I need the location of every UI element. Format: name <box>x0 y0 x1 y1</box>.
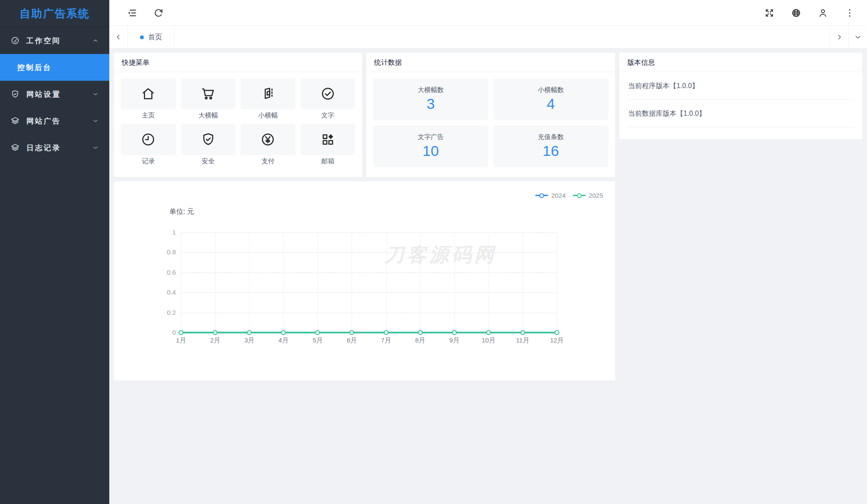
quick-item-label: 安全 <box>181 157 236 165</box>
quick-tile-text[interactable] <box>301 78 356 109</box>
user-icon[interactable] <box>818 8 828 18</box>
chevron-down-icon <box>92 91 99 98</box>
tab-options-button[interactable] <box>848 26 867 48</box>
quick-tile-records[interactable] <box>121 124 176 155</box>
legend-marker <box>573 193 586 198</box>
sidebar-item-workspace[interactable]: 工作空间 <box>0 27 109 54</box>
version-card: 版本信息 当前程序版本【1.0.0】 当前数据库版本【1.0.0】 <box>619 53 862 139</box>
y-axis-tick-label: 0 <box>157 329 176 336</box>
data-point-marker-2025 <box>247 330 252 335</box>
stat-value: 10 <box>422 143 439 159</box>
line-chart-plot-area: 00.20.40.60.811月2月3月4月5月6月7月8月9月10月11月12… <box>181 232 557 333</box>
sidebar-item-label: 日志记录 <box>26 143 61 153</box>
legend-item-2024[interactable]: 2024 <box>535 192 565 199</box>
fullscreen-icon[interactable] <box>764 8 775 18</box>
main-content: 快捷菜单 主页 大横幅 小 <box>109 49 867 504</box>
y-axis-tick-label: 0.6 <box>157 269 176 276</box>
quick-item-label: 支付 <box>241 157 295 165</box>
top-header <box>109 0 867 26</box>
quick-item-records: 记录 <box>121 124 176 165</box>
layers-icon <box>10 116 20 126</box>
quick-item-label: 小横幅 <box>241 111 295 120</box>
card-title: 快捷菜单 <box>114 53 362 72</box>
tab-scroll-right-button[interactable] <box>830 26 848 48</box>
active-tab-dot <box>140 35 144 39</box>
more-menu-icon[interactable] <box>845 8 855 18</box>
stat-label: 小横幅数 <box>538 86 564 94</box>
sidebar-item-label: 网站广告 <box>26 116 61 126</box>
cart-icon <box>200 86 216 101</box>
sidebar-item-logs[interactable]: 日志记录 <box>0 134 109 161</box>
sidebar-item-site-settings[interactable]: 网站设置 <box>0 81 109 108</box>
data-point-marker-2025 <box>349 330 354 335</box>
quick-item-small-banner: 小横幅 <box>241 78 295 120</box>
x-axis-tick-label: 9月 <box>449 336 459 345</box>
data-point-marker-2025 <box>384 330 388 335</box>
x-axis-tick-label: 7月 <box>381 336 391 345</box>
quick-tile-small-banner[interactable] <box>241 78 295 109</box>
x-axis-tick-label: 3月 <box>245 336 254 345</box>
shield-icon <box>200 132 216 147</box>
stat-big-banner-count: 大横幅数 3 <box>373 78 488 120</box>
banner-icon <box>260 86 276 101</box>
data-point-marker-2025 <box>418 330 422 335</box>
home-icon <box>140 86 156 101</box>
quick-item-label: 邮箱 <box>301 157 356 165</box>
legend-label: 2025 <box>589 192 603 199</box>
data-point-marker-2025 <box>520 330 525 335</box>
check-circle-icon <box>320 86 336 101</box>
chevron-down-icon <box>92 117 99 124</box>
components-icon <box>320 132 336 147</box>
x-axis-tick-label: 5月 <box>313 336 323 345</box>
x-axis-tick-label: 10月 <box>482 336 495 345</box>
stat-value: 16 <box>543 143 559 159</box>
grid-line-vertical <box>557 232 557 333</box>
sidebar-item-site-ads[interactable]: 网站广告 <box>0 108 109 134</box>
tab-bar: 首页 <box>109 26 867 49</box>
x-axis-tick-label: 1月 <box>176 336 186 345</box>
quick-tile-big-banner[interactable] <box>181 78 236 109</box>
legend-marker <box>535 193 548 198</box>
quick-item-security: 安全 <box>181 124 236 165</box>
quick-item-payment: 支付 <box>241 124 295 165</box>
quick-tile-home[interactable] <box>121 78 176 109</box>
quick-item-mailbox: 邮箱 <box>301 124 356 165</box>
data-point-marker-2025 <box>486 330 491 335</box>
quick-item-text: 文字 <box>301 78 356 120</box>
y-axis-tick-label: 0.8 <box>157 248 176 256</box>
clock-icon <box>140 132 156 147</box>
quick-item-label: 记录 <box>121 157 176 165</box>
legend-item-2025[interactable]: 2025 <box>573 192 603 199</box>
quick-item-home: 主页 <box>121 78 176 120</box>
x-axis-tick-label: 4月 <box>279 336 289 345</box>
gauge-icon <box>10 36 20 45</box>
refresh-icon[interactable] <box>153 8 164 18</box>
stat-label: 文字广告 <box>418 133 444 141</box>
database-version-row: 当前数据库版本【1.0.0】 <box>627 100 854 127</box>
collapse-sidebar-icon[interactable] <box>127 8 137 18</box>
quick-tile-security[interactable] <box>181 124 236 155</box>
tab-label: 首页 <box>148 33 162 42</box>
watermark-text: 刀客源码网 <box>384 242 497 268</box>
sidebar-item-control-backend[interactable]: 控制后台 <box>0 54 109 81</box>
sidebar-item-label: 控制后台 <box>17 63 52 73</box>
x-axis-tick-label: 12月 <box>550 336 564 345</box>
language-globe-icon[interactable] <box>791 8 801 18</box>
quick-tile-mailbox[interactable] <box>301 124 356 155</box>
stats-card: 统计数据 大横幅数 3 小横幅数 4 文字广告 10 充值条数 16 <box>366 53 615 177</box>
tab-scroll-left-button[interactable] <box>109 26 128 48</box>
quick-tile-payment[interactable] <box>241 124 295 155</box>
shield-check-icon <box>10 89 20 99</box>
data-point-marker-2025 <box>281 330 286 335</box>
tab-home[interactable]: 首页 <box>128 26 175 48</box>
stat-recharge-count: 充值条数 16 <box>493 125 608 167</box>
data-point-marker-2025 <box>179 330 184 335</box>
x-axis-tick-label: 11月 <box>516 336 530 345</box>
quick-item-label: 文字 <box>301 111 356 120</box>
chevron-up-icon <box>92 37 99 44</box>
chart-card: 2024 2025 单位: 元 刀客源码网 00.20.40.60.811月2月… <box>114 181 615 380</box>
app-logo: 自助广告系统 <box>0 0 109 27</box>
legend-label: 2024 <box>551 192 565 199</box>
x-axis-tick-label: 6月 <box>347 336 357 345</box>
stat-small-banner-count: 小横幅数 4 <box>493 78 608 120</box>
